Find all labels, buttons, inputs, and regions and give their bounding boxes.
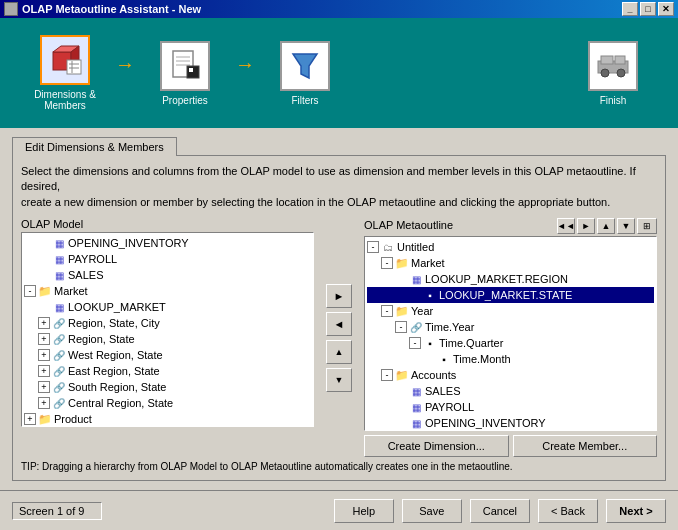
move-down-button[interactable]: ▼ (326, 368, 352, 392)
folder-icon: 📁 (395, 304, 409, 318)
list-item[interactable]: + ▦ OPENING_INVENTORY (367, 415, 654, 431)
list-item[interactable]: + ▦ PAYROLL (24, 251, 311, 267)
folder-icon: 📁 (395, 368, 409, 382)
hierarchy-icon: 🔗 (52, 316, 66, 330)
move-up-button[interactable]: ▲ (326, 340, 352, 364)
save-button[interactable]: Save (402, 499, 462, 523)
expand-crs[interactable]: + (38, 397, 50, 409)
list-item[interactable]: - 📁 Market (367, 255, 654, 271)
list-item[interactable]: + 🔗 South Region, State (24, 379, 311, 395)
list-item[interactable]: + 🔗 West Region, State (24, 347, 311, 363)
olap-metaoutline-tree[interactable]: - 🗂 Untitled - 📁 Market + ▦ LOOKUP_M (364, 236, 657, 431)
folder-icon: 📁 (38, 284, 52, 298)
list-item[interactable]: - 🗂 Untitled (367, 239, 654, 255)
arrow-2: → (235, 53, 255, 76)
olap-model-tree[interactable]: + ▦ OPENING_INVENTORY + ▦ PAYROLL + ▦ (21, 232, 314, 427)
expand-rsc[interactable]: + (38, 317, 50, 329)
expand-srs[interactable]: + (38, 381, 50, 393)
right-pane-label: OLAP Metaoutline (364, 219, 453, 231)
pane-area: OLAP Model + ▦ OPENING_INVENTORY + ▦ PAY… (21, 218, 657, 457)
list-item[interactable]: + ▦ SALES (367, 383, 654, 399)
expand-ers[interactable]: + (38, 365, 50, 377)
cancel-button[interactable]: Cancel (470, 499, 530, 523)
expand-product[interactable]: + (24, 413, 36, 425)
remove-button[interactable]: ◄ (326, 312, 352, 336)
expand-rs[interactable]: + (38, 333, 50, 345)
left-pane-label: OLAP Model (21, 218, 314, 230)
folder-icon: 🗂 (381, 240, 395, 254)
list-item[interactable]: - 🔗 Time.Year (367, 319, 654, 335)
description: Select the dimensions and columns from t… (21, 164, 657, 210)
expand-timequarter[interactable]: - (409, 337, 421, 349)
help-button[interactable]: Help (334, 499, 394, 523)
list-item[interactable]: - 📁 Market (24, 283, 311, 299)
step-finish-label: Finish (600, 95, 627, 106)
status-bar: Screen 1 of 9 Help Save Cancel < Back Ne… (0, 490, 678, 530)
step-filters-label: Filters (291, 95, 318, 106)
properties-icon (160, 41, 210, 91)
measure-icon: ▦ (52, 300, 66, 314)
window-title: OLAP Metaoutline Assistant - New (22, 3, 201, 15)
list-item[interactable]: + 🔗 Region, State (24, 331, 311, 347)
hierarchy-icon: 🔗 (52, 364, 66, 378)
list-item[interactable]: + ▦ PAYROLL (367, 399, 654, 415)
tab-container: Edit Dimensions & Members (12, 136, 666, 155)
nav-first-button[interactable]: ◄◄ (557, 218, 575, 234)
create-dimension-button[interactable]: Create Dimension... (364, 435, 509, 457)
right-pane: OLAP Metaoutline ◄◄ ► ▲ ▼ ⊞ - 🗂 Untitled (364, 218, 657, 457)
nav-next-button[interactable]: ► (577, 218, 595, 234)
minimize-button[interactable]: _ (622, 2, 638, 16)
list-item[interactable]: + ▪ LOOKUP_MARKET.STATE (367, 287, 654, 303)
screen-indicator: Screen 1 of 9 (12, 502, 102, 520)
create-member-button[interactable]: Create Member... (513, 435, 658, 457)
list-item[interactable]: - 📁 Accounts (367, 367, 654, 383)
maximize-button[interactable]: □ (640, 2, 656, 16)
measure-icon: ▦ (409, 400, 423, 414)
wizard-step-properties[interactable]: Properties (140, 41, 230, 106)
svg-point-18 (617, 69, 625, 77)
list-item[interactable]: + 🔗 East Region, State (24, 363, 311, 379)
add-button[interactable]: ► (326, 284, 352, 308)
close-button[interactable]: ✕ (658, 2, 674, 16)
wizard-header: Dimensions &Members → Properties → Filte… (0, 18, 678, 128)
expand-market-r[interactable]: - (381, 257, 393, 269)
transfer-buttons: ► ◄ ▲ ▼ (322, 218, 356, 457)
list-item[interactable]: + ▦ OPENING_INVENTORY (24, 235, 311, 251)
list-item[interactable]: + ▪ Time.Month (367, 351, 654, 367)
tab-edit-dimensions[interactable]: Edit Dimensions & Members (12, 137, 177, 156)
list-item[interactable]: + ▦ LOOKUP_MARKET (24, 299, 311, 315)
svg-marker-13 (293, 54, 317, 78)
expand-accounts[interactable]: - (381, 369, 393, 381)
list-item[interactable]: + ▦ SALES (24, 267, 311, 283)
list-item[interactable]: + 📁 Product (24, 411, 311, 427)
finish-icon (588, 41, 638, 91)
nav-extra-button[interactable]: ⊞ (637, 218, 657, 234)
wizard-step-finish[interactable]: Finish (568, 41, 658, 106)
svg-rect-12 (189, 68, 193, 72)
level-icon: ▪ (437, 352, 451, 366)
wizard-step-filters[interactable]: Filters (260, 41, 350, 106)
expand-timeyear[interactable]: - (395, 321, 407, 333)
measure-icon: ▦ (409, 272, 423, 286)
expand-year[interactable]: - (381, 305, 393, 317)
measure-icon: ▦ (409, 416, 423, 430)
wizard-step-dimensions[interactable]: Dimensions &Members (20, 35, 110, 111)
list-item[interactable]: + ▦ LOOKUP_MARKET.REGION (367, 271, 654, 287)
next-button[interactable]: Next > (606, 499, 666, 523)
main-panel: Select the dimensions and columns from t… (12, 155, 666, 481)
hierarchy-icon: 🔗 (409, 320, 423, 334)
list-item[interactable]: - ▪ Time.Quarter (367, 335, 654, 351)
svg-point-17 (601, 69, 609, 77)
expand-untitled[interactable]: - (367, 241, 379, 253)
pane-bottom-buttons: Create Dimension... Create Member... (364, 435, 657, 457)
nav-up-button[interactable]: ▲ (597, 218, 615, 234)
list-item[interactable]: + 🔗 Region, State, City (24, 315, 311, 331)
expand-market[interactable]: - (24, 285, 36, 297)
list-item[interactable]: + 🔗 Central Region, State (24, 395, 311, 411)
nav-down-button[interactable]: ▼ (617, 218, 635, 234)
list-item[interactable]: - 📁 Year (367, 303, 654, 319)
nav-buttons: ◄◄ ► ▲ ▼ ⊞ (557, 218, 657, 234)
back-button[interactable]: < Back (538, 499, 598, 523)
title-bar: OLAP Metaoutline Assistant - New _ □ ✕ (0, 0, 678, 18)
expand-wrs[interactable]: + (38, 349, 50, 361)
